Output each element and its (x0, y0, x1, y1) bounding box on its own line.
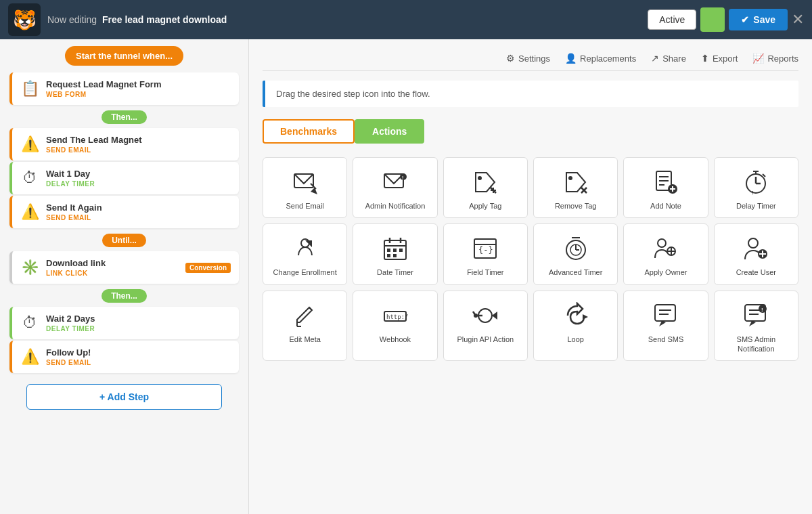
action-plugin-api[interactable]: Plugin API Action (443, 291, 528, 362)
add-step-button[interactable]: + Add Step (26, 384, 221, 410)
logo: 🐯 (8, 3, 41, 36)
replacements-link[interactable]: 👤 Replacements (565, 53, 636, 64)
header: 🐯 Now editing Free lead magnet download … (0, 0, 812, 39)
tab-benchmarks[interactable]: Benchmarks (263, 119, 355, 144)
send-sms-icon (652, 302, 679, 329)
svg-text:!: ! (752, 190, 754, 196)
connector-then-2[interactable]: Then... (102, 289, 147, 303)
tab-bar: Benchmarks Actions (263, 119, 798, 144)
settings-link[interactable]: ⚙ Settings (506, 53, 550, 64)
step-card[interactable]: ⏱ Wait 2 Days DELAY TIMER (9, 307, 239, 339)
svg-rect-34 (393, 249, 397, 252)
advanced-timer-icon (562, 235, 589, 262)
start-funnel-button[interactable]: Start the funnel when... (65, 46, 183, 66)
apply-tag-icon (472, 169, 499, 196)
step-card[interactable]: ⚠️ Send The Lead Magnet SEND EMAIL (9, 128, 239, 160)
svg-text:!: ! (402, 175, 403, 180)
close-button[interactable]: ✕ (792, 11, 804, 28)
delay-timer-icon: ! (742, 169, 769, 196)
main-layout: Start the funnel when... 📋 Request Lead … (0, 39, 812, 514)
action-send-email[interactable]: Send Email (263, 157, 347, 218)
svg-marker-63 (492, 312, 497, 320)
action-create-user[interactable]: Create User (714, 223, 798, 284)
svg-rect-65 (655, 305, 675, 321)
right-toolbar: ⚙ Settings 👤 Replacements ↗ Share ⬆ Expo… (263, 53, 798, 71)
tab-actions[interactable]: Actions (355, 119, 424, 144)
right-panel: ⚙ Settings 👤 Replacements ↗ Share ⬆ Expo… (249, 39, 812, 514)
create-user-icon (742, 235, 769, 262)
status-group: Active ✔ Save ✕ (648, 7, 804, 32)
action-send-sms[interactable]: Send SMS (623, 291, 708, 362)
drag-hint: Drag the desired step icon into the flow… (263, 81, 798, 107)
sms-admin-icon: ! (742, 302, 769, 329)
edit-meta-icon (292, 302, 319, 329)
step-card[interactable]: 📋 Request Lead Magnet Form WEB FORM (9, 72, 239, 105)
svg-marker-68 (659, 321, 666, 326)
connector-until[interactable]: Until... (102, 234, 146, 247)
step-icon-warning2: ⚠️ (20, 203, 39, 221)
svg-text:http://: http:// (386, 314, 409, 320)
settings-icon: ⚙ (506, 53, 515, 64)
action-advanced-timer[interactable]: Advanced Timer (533, 223, 618, 284)
svg-point-62 (474, 314, 478, 318)
svg-point-50 (748, 238, 758, 248)
action-field-timer[interactable]: {-} Field Timer (443, 223, 528, 284)
active-badge: Active (648, 9, 696, 30)
action-webhook[interactable]: http:// Webhook (353, 291, 437, 362)
step-card[interactable]: ⏱ Wait 1 Day DELAY TIMER (9, 162, 239, 194)
conversion-badge: Conversion (185, 263, 231, 273)
svg-point-10 (568, 176, 572, 180)
step-card[interactable]: ⚠️ Follow Up! SEND EMAIL (9, 341, 239, 373)
svg-rect-36 (387, 254, 390, 257)
svg-point-6 (478, 176, 482, 180)
action-delay-timer[interactable]: ! Delay Timer (714, 157, 798, 218)
loop-icon (562, 302, 589, 329)
svg-rect-37 (393, 254, 397, 257)
export-icon: ⬆ (701, 53, 709, 64)
svg-marker-72 (749, 321, 756, 326)
step-icon-form: 📋 (20, 80, 39, 98)
svg-point-46 (658, 239, 666, 247)
svg-rect-35 (399, 249, 403, 252)
action-add-note[interactable]: Add Note (623, 157, 708, 218)
step-card[interactable]: ✳️ Download link LINK CLICK Conversion (9, 251, 239, 284)
step-icon-timer: ⏱ (20, 169, 39, 187)
share-link[interactable]: ↗ Share (651, 53, 686, 64)
action-remove-tag[interactable]: Remove Tag (533, 157, 618, 218)
webhook-icon: http:// (382, 302, 409, 329)
left-panel: Start the funnel when... 📋 Request Lead … (0, 39, 249, 514)
svg-marker-64 (583, 314, 588, 320)
reports-link[interactable]: 📈 Reports (752, 53, 798, 64)
share-icon: ↗ (651, 53, 659, 64)
replacements-icon: 👤 (565, 53, 577, 64)
step-card[interactable]: ⚠️ Send It Again SEND EMAIL (9, 196, 239, 228)
header-title: Now editing Free lead magnet download (47, 14, 641, 25)
action-edit-meta[interactable]: Edit Meta (263, 291, 347, 362)
action-admin-notification[interactable]: ! Admin Notification (353, 157, 437, 218)
svg-rect-33 (387, 249, 390, 252)
action-apply-owner[interactable]: Apply Owner (623, 223, 708, 284)
plugin-api-icon (472, 302, 499, 329)
step-icon-warning3: ⚠️ (20, 348, 39, 366)
apply-owner-icon (652, 235, 679, 262)
action-loop[interactable]: Loop (533, 291, 618, 362)
send-email-icon (292, 169, 319, 196)
save-button[interactable]: ✔ Save (729, 9, 788, 30)
action-apply-tag[interactable]: Apply Tag (443, 157, 528, 218)
connector-then-1[interactable]: Then... (102, 110, 147, 124)
remove-tag-icon (562, 169, 589, 196)
green-indicator-button[interactable] (700, 7, 725, 32)
step-icon-warning: ⚠️ (20, 135, 39, 153)
reports-icon: 📈 (752, 53, 764, 64)
admin-notification-icon: ! (382, 169, 409, 196)
date-timer-icon (382, 235, 409, 262)
svg-text:{-}: {-} (478, 245, 493, 255)
action-date-timer[interactable]: Date Timer (353, 223, 437, 284)
action-sms-admin[interactable]: ! SMS Admin Notification (714, 291, 798, 362)
step-icon-timer2: ⏱ (20, 314, 39, 332)
change-enrollment-icon (292, 235, 319, 262)
export-link[interactable]: ⬆ Export (701, 53, 738, 64)
svg-text:!: ! (761, 307, 763, 313)
action-change-enrollment[interactable]: Change Enrollment (263, 223, 347, 284)
add-note-icon (652, 169, 679, 196)
